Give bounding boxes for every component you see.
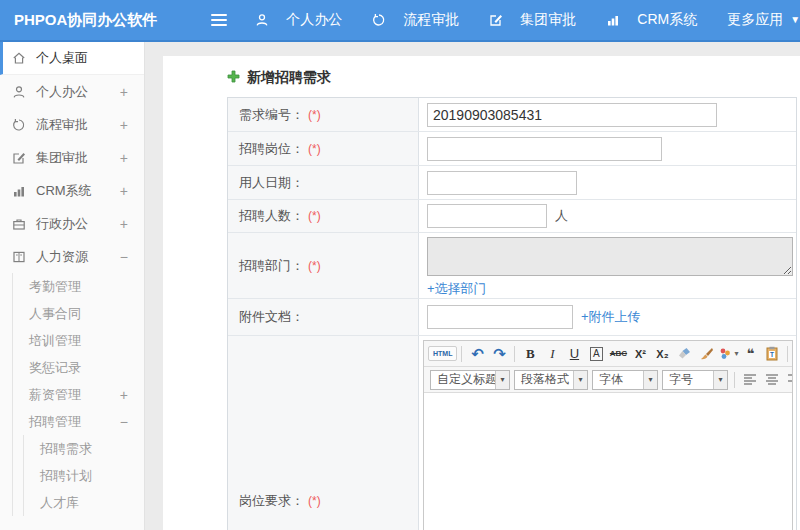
font-size-combobox[interactable]: 字号 ▾ xyxy=(662,370,728,390)
top-bar: PHPOA协同办公软件 个人办公 流程审批 集团审批 CRM系统 xyxy=(0,0,800,42)
hr-submenu: 考勤管理 人事合同 培训管理 奖惩记录 薪资管理 + 招聘管理 − 招聘需求 招… xyxy=(12,273,144,516)
italic-button[interactable]: I xyxy=(542,344,562,364)
caret-down-icon: ▼ xyxy=(790,15,800,25)
briefcase-icon xyxy=(12,217,27,231)
field-label: 用人日期： xyxy=(228,166,419,199)
expand-toggle[interactable]: + xyxy=(120,387,128,403)
required-mark: (*) xyxy=(308,494,321,508)
content-card: 新增招聘需求 需求编号： (*) 招聘岗位： (*) xyxy=(163,56,800,530)
hamburger-menu-icon[interactable] xyxy=(211,14,227,26)
department-textarea[interactable] xyxy=(427,237,793,276)
unit-suffix: 人 xyxy=(555,207,568,225)
html-source-button[interactable]: HTML xyxy=(428,346,457,361)
sidebar-item-recruit-demand[interactable]: 招聘需求 xyxy=(24,435,144,462)
expand-toggle[interactable]: + xyxy=(120,150,128,166)
nav-process-approval[interactable]: 流程审批 xyxy=(372,11,459,29)
attachment-upload-link[interactable]: +附件上传 xyxy=(581,308,641,326)
brush-button[interactable] xyxy=(696,344,716,364)
sidebar-item-personal-office[interactable]: 个人办公 + xyxy=(0,75,144,108)
underline-button[interactable]: U xyxy=(564,344,584,364)
page-title: 新增招聘需求 xyxy=(247,69,331,87)
edit-icon xyxy=(489,13,504,27)
nav-crm[interactable]: CRM系统 xyxy=(606,11,697,29)
collapse-toggle[interactable]: − xyxy=(120,414,128,430)
sidebar-item-label: 奖惩记录 xyxy=(29,359,81,377)
paste-word-button[interactable]: T xyxy=(762,344,782,364)
palette-icon xyxy=(718,347,732,361)
app-logo: PHPOA协同办公软件 xyxy=(0,11,157,30)
expand-toggle[interactable]: + xyxy=(120,84,128,100)
sidebar-item-group-approval[interactable]: 集团审批 + xyxy=(0,141,144,174)
user-icon xyxy=(255,13,270,27)
attachment-input[interactable] xyxy=(427,305,573,329)
redo-button[interactable]: ↷ xyxy=(489,344,509,364)
home-icon xyxy=(12,51,27,65)
sidebar-item-label: 招聘需求 xyxy=(40,440,92,458)
sidebar-item-label: 集团审批 xyxy=(36,149,88,167)
collapse-toggle[interactable]: − xyxy=(120,249,128,265)
field-label: 招聘部门： (*) xyxy=(228,233,419,298)
hire-date-input[interactable] xyxy=(427,171,577,195)
superscript-button[interactable]: X² xyxy=(630,344,650,364)
expand-toggle[interactable]: + xyxy=(120,216,128,232)
font-family-combobox[interactable]: 字体 ▾ xyxy=(592,370,658,390)
required-mark: (*) xyxy=(308,108,321,122)
main-area: 新增招聘需求 需求编号： (*) 招聘岗位： (*) xyxy=(146,42,800,530)
nav-more-apps[interactable]: 更多应用 ▼ xyxy=(727,11,800,29)
sidebar-item-attendance[interactable]: 考勤管理 xyxy=(13,273,144,300)
sidebar-item-recruit-plan[interactable]: 招聘计划 xyxy=(24,462,144,489)
form-row-attachment: 附件文档： +附件上传 xyxy=(228,299,796,336)
edit-icon xyxy=(12,151,27,165)
sidebar-item-hr[interactable]: 人力资源 − xyxy=(0,240,144,273)
sidebar-item-talent-pool[interactable]: 人才库 xyxy=(24,489,144,516)
custom-title-combobox[interactable]: 自定义标题 ▾ xyxy=(430,370,510,390)
expand-toggle[interactable]: + xyxy=(120,117,128,133)
page-title-row: 新增招聘需求 xyxy=(163,56,800,87)
caret-down-icon: ▾ xyxy=(643,371,657,389)
headcount-input[interactable] xyxy=(427,204,547,228)
sidebar-item-label: CRM系统 xyxy=(36,182,92,200)
undo-button[interactable]: ↶ xyxy=(467,344,487,364)
sidebar-item-label: 个人桌面 xyxy=(36,49,88,67)
brush-icon xyxy=(699,347,714,361)
sidebar-item-recruit-mgmt[interactable]: 招聘管理 − xyxy=(13,408,144,435)
sidebar-item-label: 人才库 xyxy=(40,494,79,512)
sidebar-item-label: 流程审批 xyxy=(36,116,88,134)
editor-toolbar-row1: HTML ↶ ↷ B I U A ABC X² X₂ xyxy=(424,341,792,367)
sidebar-item-admin-office[interactable]: 行政办公 + xyxy=(0,207,144,240)
font-frame-button[interactable]: A xyxy=(590,347,603,361)
eraser-button[interactable] xyxy=(674,344,694,364)
position-input[interactable] xyxy=(427,137,662,161)
sidebar-item-hr-contract[interactable]: 人事合同 xyxy=(13,300,144,327)
sidebar-item-personal-desktop[interactable]: 个人桌面 xyxy=(0,42,144,75)
blockquote-button[interactable]: ❝ xyxy=(740,344,760,364)
sidebar-item-label: 行政办公 xyxy=(36,215,88,233)
user-icon xyxy=(12,85,27,99)
sidebar-item-process-approval[interactable]: 流程审批 + xyxy=(0,108,144,141)
paste-icon: T xyxy=(765,346,779,361)
expand-toggle[interactable]: + xyxy=(120,183,128,199)
select-department-link[interactable]: +选择部门 xyxy=(427,280,487,298)
rich-text-editor: HTML ↶ ↷ B I U A ABC X² X₂ xyxy=(423,340,793,530)
paragraph-format-combobox[interactable]: 段落格式 ▾ xyxy=(514,370,588,390)
editor-content-area[interactable] xyxy=(424,393,792,530)
sidebar-item-reward-punishment[interactable]: 奖惩记录 xyxy=(13,354,144,381)
color-palette-button[interactable]: ▾ xyxy=(718,344,738,364)
align-center-button[interactable] xyxy=(762,370,782,390)
sidebar: 个人桌面 个人办公 + 流程审批 + 集团审批 + CRM系统 + 行政办公 + xyxy=(0,42,145,530)
sidebar-item-crm[interactable]: CRM系统 + xyxy=(0,174,144,207)
subscript-button[interactable]: X₂ xyxy=(652,344,672,364)
strikethrough-button[interactable]: ABC xyxy=(608,344,628,364)
form-row-demand-no: 需求编号： (*) xyxy=(228,98,796,132)
nav-label: 集团审批 xyxy=(520,11,576,29)
demand-no-input[interactable] xyxy=(427,103,717,127)
field-label: 需求编号： (*) xyxy=(228,98,419,131)
sidebar-item-training[interactable]: 培训管理 xyxy=(13,327,144,354)
form-row-position: 招聘岗位： (*) xyxy=(228,132,796,166)
align-right-button[interactable] xyxy=(784,370,792,390)
bold-button[interactable]: B xyxy=(520,344,540,364)
nav-group-approval[interactable]: 集团审批 xyxy=(489,11,576,29)
align-left-button[interactable] xyxy=(740,370,760,390)
nav-personal-office[interactable]: 个人办公 xyxy=(255,11,342,29)
sidebar-item-salary[interactable]: 薪资管理 + xyxy=(13,381,144,408)
